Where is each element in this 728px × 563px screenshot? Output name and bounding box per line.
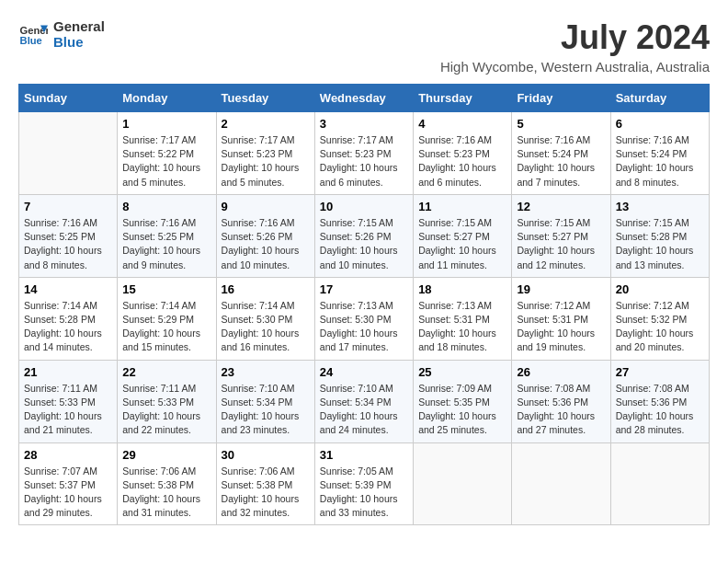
day-number: 25: [418, 365, 506, 379]
calendar-cell: 24Sunrise: 7:10 AMSunset: 5:34 PMDayligh…: [314, 360, 413, 442]
day-info: Sunrise: 7:10 AMSunset: 5:34 PMDaylight:…: [222, 382, 310, 438]
weekday-header-friday: Friday: [512, 85, 610, 112]
day-number: 23: [222, 365, 310, 379]
calendar-cell: 3Sunrise: 7:17 AMSunset: 5:23 PMDaylight…: [314, 112, 413, 195]
calendar-cell: 29Sunrise: 7:06 AMSunset: 5:38 PMDayligh…: [118, 442, 216, 525]
day-info: Sunrise: 7:17 AMSunset: 5:23 PMDaylight:…: [320, 133, 408, 190]
day-info: Sunrise: 7:09 AMSunset: 5:35 PMDaylight:…: [418, 382, 506, 438]
day-number: 16: [222, 282, 310, 296]
calendar-cell: 11Sunrise: 7:15 AMSunset: 5:27 PMDayligh…: [414, 194, 512, 277]
calendar-cell: 1Sunrise: 7:17 AMSunset: 5:22 PMDaylight…: [118, 112, 216, 195]
day-info: Sunrise: 7:16 AMSunset: 5:25 PMDaylight:…: [122, 216, 210, 272]
day-number: 28: [24, 448, 112, 462]
weekday-header-row: SundayMondayTuesdayWednesdayThursdayFrid…: [19, 85, 710, 112]
day-info: Sunrise: 7:15 AMSunset: 5:27 PMDaylight:…: [517, 216, 605, 272]
location: High Wycombe, Western Australia, Austral…: [440, 59, 710, 75]
day-info: Sunrise: 7:16 AMSunset: 5:26 PMDaylight:…: [222, 216, 310, 272]
day-info: Sunrise: 7:12 AMSunset: 5:31 PMDaylight:…: [517, 299, 605, 355]
day-number: 6: [616, 117, 704, 131]
day-number: 11: [418, 200, 506, 213]
day-info: Sunrise: 7:12 AMSunset: 5:32 PMDaylight:…: [616, 299, 704, 355]
day-info: Sunrise: 7:16 AMSunset: 5:23 PMDaylight:…: [418, 133, 506, 190]
day-number: 18: [418, 282, 506, 296]
weekday-header-wednesday: Wednesday: [314, 85, 413, 112]
calendar-cell: 14Sunrise: 7:14 AMSunset: 5:28 PMDayligh…: [19, 277, 118, 360]
calendar-week-row: 14Sunrise: 7:14 AMSunset: 5:28 PMDayligh…: [19, 277, 710, 360]
day-number: 3: [320, 117, 408, 131]
calendar-cell: [610, 442, 709, 525]
calendar-cell: 30Sunrise: 7:06 AMSunset: 5:38 PMDayligh…: [216, 442, 314, 525]
day-number: 22: [122, 365, 210, 379]
calendar-week-row: 21Sunrise: 7:11 AMSunset: 5:33 PMDayligh…: [19, 360, 710, 442]
day-info: Sunrise: 7:06 AMSunset: 5:38 PMDaylight:…: [222, 465, 310, 521]
day-info: Sunrise: 7:17 AMSunset: 5:22 PMDaylight:…: [122, 133, 210, 190]
day-info: Sunrise: 7:06 AMSunset: 5:38 PMDaylight:…: [122, 465, 210, 521]
logo-general: General: [53, 18, 105, 34]
calendar-cell: [19, 112, 118, 195]
calendar-cell: 13Sunrise: 7:15 AMSunset: 5:28 PMDayligh…: [610, 194, 709, 277]
day-info: Sunrise: 7:15 AMSunset: 5:26 PMDaylight:…: [320, 216, 408, 272]
day-number: 14: [24, 282, 112, 296]
weekday-header-saturday: Saturday: [610, 85, 709, 112]
calendar-cell: 7Sunrise: 7:16 AMSunset: 5:25 PMDaylight…: [19, 194, 118, 277]
day-number: 31: [320, 448, 408, 462]
page-header: General Blue General Blue July 2024 High…: [18, 18, 710, 75]
calendar-cell: 6Sunrise: 7:16 AMSunset: 5:24 PMDaylight…: [610, 112, 709, 195]
calendar-cell: 17Sunrise: 7:13 AMSunset: 5:30 PMDayligh…: [314, 277, 413, 360]
weekday-header-sunday: Sunday: [19, 85, 118, 112]
day-info: Sunrise: 7:11 AMSunset: 5:33 PMDaylight:…: [122, 382, 210, 438]
calendar-cell: 16Sunrise: 7:14 AMSunset: 5:30 PMDayligh…: [216, 277, 314, 360]
day-number: 29: [122, 448, 210, 462]
calendar-week-row: 7Sunrise: 7:16 AMSunset: 5:25 PMDaylight…: [19, 194, 710, 277]
day-number: 10: [320, 200, 408, 213]
calendar-cell: 4Sunrise: 7:16 AMSunset: 5:23 PMDaylight…: [414, 112, 512, 195]
day-number: 8: [122, 200, 210, 213]
calendar-cell: 21Sunrise: 7:11 AMSunset: 5:33 PMDayligh…: [19, 360, 118, 442]
calendar-cell: 15Sunrise: 7:14 AMSunset: 5:29 PMDayligh…: [118, 277, 216, 360]
day-number: 13: [616, 200, 704, 213]
day-number: 7: [24, 200, 112, 213]
logo: General Blue General Blue: [18, 18, 105, 50]
title-area: July 2024 High Wycombe, Western Australi…: [440, 18, 710, 75]
day-number: 26: [517, 365, 605, 379]
logo-icon: General Blue: [18, 19, 48, 49]
day-info: Sunrise: 7:14 AMSunset: 5:29 PMDaylight:…: [122, 299, 210, 355]
day-number: 20: [616, 282, 704, 296]
day-info: Sunrise: 7:16 AMSunset: 5:24 PMDaylight:…: [517, 133, 605, 190]
calendar-cell: 25Sunrise: 7:09 AMSunset: 5:35 PMDayligh…: [414, 360, 512, 442]
day-info: Sunrise: 7:14 AMSunset: 5:28 PMDaylight:…: [24, 299, 112, 355]
weekday-header-thursday: Thursday: [414, 85, 512, 112]
calendar-week-row: 1Sunrise: 7:17 AMSunset: 5:22 PMDaylight…: [19, 112, 710, 195]
day-info: Sunrise: 7:17 AMSunset: 5:23 PMDaylight:…: [222, 133, 310, 190]
calendar-cell: 27Sunrise: 7:08 AMSunset: 5:36 PMDayligh…: [610, 360, 709, 442]
day-number: 15: [122, 282, 210, 296]
logo-blue: Blue: [53, 34, 105, 50]
calendar-cell: 28Sunrise: 7:07 AMSunset: 5:37 PMDayligh…: [19, 442, 118, 525]
day-number: 12: [517, 200, 605, 213]
calendar-cell: 31Sunrise: 7:05 AMSunset: 5:39 PMDayligh…: [314, 442, 413, 525]
day-info: Sunrise: 7:10 AMSunset: 5:34 PMDaylight:…: [320, 382, 408, 438]
day-number: 17: [320, 282, 408, 296]
calendar-cell: [512, 442, 610, 525]
calendar-week-row: 28Sunrise: 7:07 AMSunset: 5:37 PMDayligh…: [19, 442, 710, 525]
day-info: Sunrise: 7:15 AMSunset: 5:28 PMDaylight:…: [616, 216, 704, 272]
day-info: Sunrise: 7:14 AMSunset: 5:30 PMDaylight:…: [222, 299, 310, 355]
month-title: July 2024: [440, 18, 710, 57]
calendar-cell: [414, 442, 512, 525]
day-number: 2: [222, 117, 310, 131]
day-number: 9: [222, 200, 310, 213]
day-info: Sunrise: 7:16 AMSunset: 5:25 PMDaylight:…: [24, 216, 112, 272]
calendar-cell: 22Sunrise: 7:11 AMSunset: 5:33 PMDayligh…: [118, 360, 216, 442]
day-number: 4: [418, 117, 506, 131]
day-info: Sunrise: 7:15 AMSunset: 5:27 PMDaylight:…: [418, 216, 506, 272]
day-info: Sunrise: 7:16 AMSunset: 5:24 PMDaylight:…: [616, 133, 704, 190]
calendar-cell: 2Sunrise: 7:17 AMSunset: 5:23 PMDaylight…: [216, 112, 314, 195]
day-number: 30: [222, 448, 310, 462]
day-info: Sunrise: 7:08 AMSunset: 5:36 PMDaylight:…: [517, 382, 605, 438]
day-number: 5: [517, 117, 605, 131]
day-info: Sunrise: 7:05 AMSunset: 5:39 PMDaylight:…: [320, 465, 408, 521]
day-info: Sunrise: 7:13 AMSunset: 5:31 PMDaylight:…: [418, 299, 506, 355]
day-info: Sunrise: 7:13 AMSunset: 5:30 PMDaylight:…: [320, 299, 408, 355]
day-number: 24: [320, 365, 408, 379]
day-info: Sunrise: 7:07 AMSunset: 5:37 PMDaylight:…: [24, 465, 112, 521]
